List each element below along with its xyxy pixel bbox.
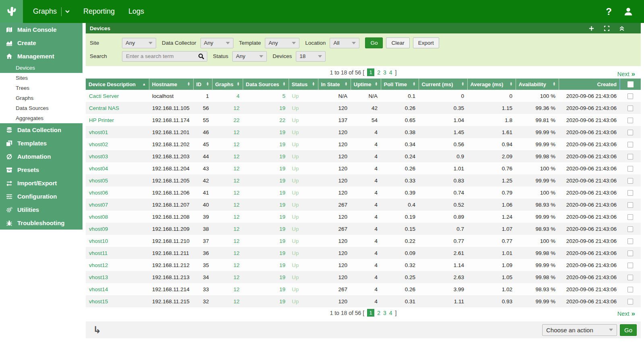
cell-device-description[interactable]: vhost02 — [86, 138, 149, 150]
cell-device-description[interactable]: vhost05 — [86, 174, 149, 186]
sidebar-item-trees[interactable]: Trees — [0, 83, 83, 93]
sidebar-item-templates[interactable]: Templates — [0, 137, 83, 150]
row-checkbox[interactable] — [627, 142, 633, 147]
column-header-poll-time[interactable]: Poll Time▲▼ — [381, 79, 419, 90]
sidebar-item-automation[interactable]: Automation — [0, 150, 83, 163]
sidebar-item-management[interactable]: Management — [0, 50, 83, 63]
sidebar-item-sites[interactable]: Sites — [0, 73, 83, 83]
row-checkbox[interactable] — [627, 130, 633, 135]
row-checkbox[interactable] — [627, 263, 633, 268]
cell-device-description[interactable]: vhost11 — [86, 247, 149, 259]
row-checkbox[interactable] — [627, 166, 633, 172]
fullscreen-icon[interactable] — [604, 25, 610, 31]
next-page-link[interactable]: Next » — [617, 70, 635, 77]
sidebar-item-utilities[interactable]: Utilities — [0, 203, 83, 216]
sidebar-item-aggregates[interactable]: Aggregates — [0, 113, 83, 123]
page-link-3[interactable]: 3 — [383, 69, 386, 76]
cell-device-description[interactable]: vhost12 — [86, 259, 149, 271]
column-header-in-state[interactable]: In State▲▼ — [318, 79, 351, 90]
row-checkbox[interactable] — [627, 275, 633, 280]
data-collector-select[interactable]: Any — [200, 38, 233, 48]
row-checkbox[interactable] — [627, 226, 633, 232]
cactus-logo[interactable] — [0, 0, 23, 23]
cell-device-description[interactable]: vhost14 — [86, 283, 149, 295]
column-header-availability[interactable]: Availability▲▼ — [516, 79, 559, 90]
cell-device-description[interactable]: HP Printer — [86, 114, 149, 126]
page-link-3[interactable]: 3 — [383, 310, 386, 316]
menu-logs[interactable]: Logs — [122, 0, 151, 23]
column-header-average-ms[interactable]: Average (ms)▲▼ — [467, 79, 516, 90]
row-checkbox[interactable] — [627, 287, 633, 292]
template-select[interactable]: Any — [265, 38, 299, 48]
cell-device-description[interactable]: vhost13 — [86, 271, 149, 283]
column-header-created[interactable]: Created — [559, 79, 620, 90]
page-link-4[interactable]: 4 — [389, 310, 392, 316]
row-checkbox[interactable] — [627, 118, 633, 123]
help-icon[interactable]: ? — [606, 6, 612, 17]
column-header-id[interactable]: ID▲▼ — [193, 79, 212, 90]
cell-device-description[interactable]: vhost08 — [86, 211, 149, 223]
menu-graphs[interactable]: Graphs — [26, 0, 76, 23]
sidebar-item-devices[interactable]: Devices — [0, 63, 83, 73]
cell-device-description[interactable]: Cacti Server — [86, 90, 149, 102]
sidebar-item-presets[interactable]: Presets — [0, 163, 83, 176]
devices-count-select[interactable]: 18 — [296, 51, 326, 62]
clear-button[interactable]: Clear — [386, 37, 409, 48]
sidebar-item-data-sources[interactable]: Data Sources — [0, 103, 83, 113]
column-label: Average (ms) — [471, 81, 504, 87]
sidebar-item-configuration[interactable]: Configuration — [0, 190, 83, 203]
page-link-2[interactable]: 2 — [377, 310, 380, 316]
sidebar-item-import-export[interactable]: Import/Export — [0, 176, 83, 190]
menu-reporting[interactable]: Reporting — [76, 0, 122, 23]
plus-icon[interactable] — [588, 25, 594, 31]
page-link-4[interactable]: 4 — [389, 69, 392, 76]
column-header-hostname[interactable]: Hostname▲▼ — [149, 79, 193, 90]
column-header-uptime[interactable]: Uptime▲▼ — [351, 79, 381, 90]
cell-device-description[interactable]: vhost06 — [86, 186, 149, 199]
search-input[interactable] — [122, 51, 207, 62]
column-header-current-ms[interactable]: Current (ms)▲▼ — [419, 79, 467, 90]
next-page-link[interactable]: Next » — [617, 310, 635, 317]
column-header-data-sources[interactable]: Data Sources▲▼ — [243, 79, 289, 90]
cell-device-description[interactable]: vhost10 — [86, 235, 149, 247]
sidebar-item-main-console[interactable]: Main Console — [0, 23, 83, 36]
cell-device-description[interactable]: vhost04 — [86, 162, 149, 174]
sidebar-item-create[interactable]: Create — [0, 36, 83, 50]
collapse-icon[interactable] — [619, 25, 625, 31]
sidebar-item-troubleshooting[interactable]: Troubleshooting — [0, 216, 83, 230]
row-checkbox[interactable] — [627, 251, 633, 256]
cell-device-description[interactable]: Central NAS — [86, 102, 149, 114]
choose-action-select[interactable]: Choose an action — [542, 324, 617, 336]
export-button[interactable]: Export — [413, 37, 439, 48]
user-icon[interactable] — [623, 6, 634, 17]
column-header-graphs[interactable]: Graphs▲▼ — [212, 79, 243, 90]
header-checkbox[interactable] — [627, 81, 634, 87]
column-header-status[interactable]: Status▲▼ — [289, 79, 318, 90]
cell-device-description[interactable]: vhost07 — [86, 199, 149, 211]
cell-device-description[interactable]: vhost03 — [86, 150, 149, 162]
row-checkbox[interactable] — [627, 93, 633, 99]
page-link-2[interactable]: 2 — [377, 69, 380, 76]
cell-device-description[interactable]: vhost15 — [86, 295, 149, 307]
column-header-device-description[interactable]: Device Description▲ — [86, 79, 149, 90]
row-checkbox[interactable] — [627, 178, 633, 184]
row-checkbox[interactable] — [627, 190, 633, 196]
search-icon[interactable] — [198, 53, 204, 61]
row-checkbox[interactable] — [627, 154, 633, 160]
cell-hostname: 192.168.11.202 — [149, 138, 193, 150]
sidebar-item-graphs[interactable]: Graphs — [0, 93, 83, 103]
row-checkbox[interactable] — [627, 202, 633, 208]
site-select[interactable]: Any — [122, 38, 156, 48]
row-checkbox[interactable] — [627, 238, 633, 244]
location-select[interactable]: All — [330, 38, 359, 48]
cell-device-description[interactable]: vhost09 — [86, 223, 149, 235]
action-go-button[interactable]: Go — [620, 324, 637, 336]
row-checkbox[interactable] — [627, 214, 633, 220]
row-checkbox[interactable] — [627, 106, 633, 111]
row-checkbox[interactable] — [627, 299, 633, 304]
cell-device-description[interactable]: vhost01 — [86, 126, 149, 138]
status-select[interactable]: Any — [232, 51, 267, 62]
sidebar-item-data-collection[interactable]: Data Collection — [0, 123, 83, 137]
go-button[interactable]: Go — [365, 37, 383, 48]
select-all-checkbox[interactable] — [620, 79, 641, 90]
